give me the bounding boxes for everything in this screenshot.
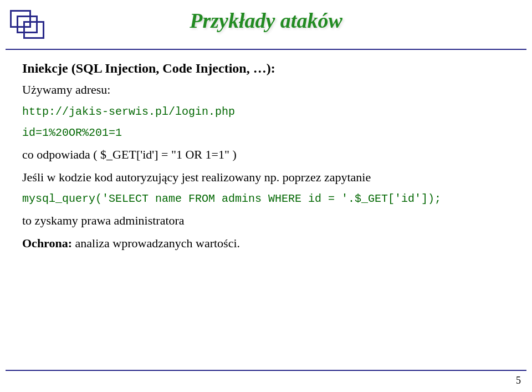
heading-block: Iniekcje (SQL Injection, Code Injection,…	[22, 61, 510, 76]
slide-container: Przykłady ataków Iniekcje (SQL Injection…	[0, 0, 532, 392]
top-rule	[6, 49, 526, 50]
bottom-rule	[6, 370, 526, 371]
url-line1-block: http://jakis-serwis.pl/login.php	[22, 104, 510, 120]
to-zyskamy-block: to zyskamy prawa administratora	[22, 212, 510, 230]
co-odpowiada-block: co odpowiada ( $_GET['id'] = "1 OR 1=1" …	[22, 146, 510, 164]
co-odpowiada-text: co odpowiada ( $_GET['id'] = "1 OR 1=1" …	[22, 147, 237, 161]
mysql-block: mysql_query('SELECT name FROM admins WHE…	[22, 191, 510, 207]
to-zyskamy-text: to zyskamy prawa administratora	[22, 213, 185, 227]
ochrona-text: analiza wprowadzanych wartości.	[72, 236, 240, 250]
url-line2-block: id=1%20OR%201=1	[22, 125, 510, 141]
slide-title: Przykłady ataków	[0, 8, 532, 33]
url-part1: http://jakis-serwis.pl/login.php	[22, 105, 235, 118]
jesli-block: Jeśli w kodzie kod autoryzujący jest rea…	[22, 169, 510, 186]
ochrona-label: Ochrona:	[22, 236, 72, 250]
content-area: Iniekcje (SQL Injection, Code Injection,…	[22, 61, 510, 359]
page-number: 5	[516, 375, 521, 386]
using-address-block: Używamy adresu:	[22, 82, 510, 99]
mysql-text: mysql_query('SELECT name FROM admins WHE…	[22, 192, 441, 205]
section-heading: Iniekcje (SQL Injection, Code Injection,…	[22, 61, 275, 75]
title-text: Przykłady ataków	[0, 8, 532, 33]
url-part2: id=1%20OR%201=1	[22, 126, 122, 139]
ochrona-block: Ochrona: analiza wprowadzanych wartości.	[22, 235, 510, 252]
jesli-text: Jeśli w kodzie kod autoryzujący jest rea…	[22, 170, 371, 184]
using-address-label: Używamy adresu:	[22, 83, 110, 96]
